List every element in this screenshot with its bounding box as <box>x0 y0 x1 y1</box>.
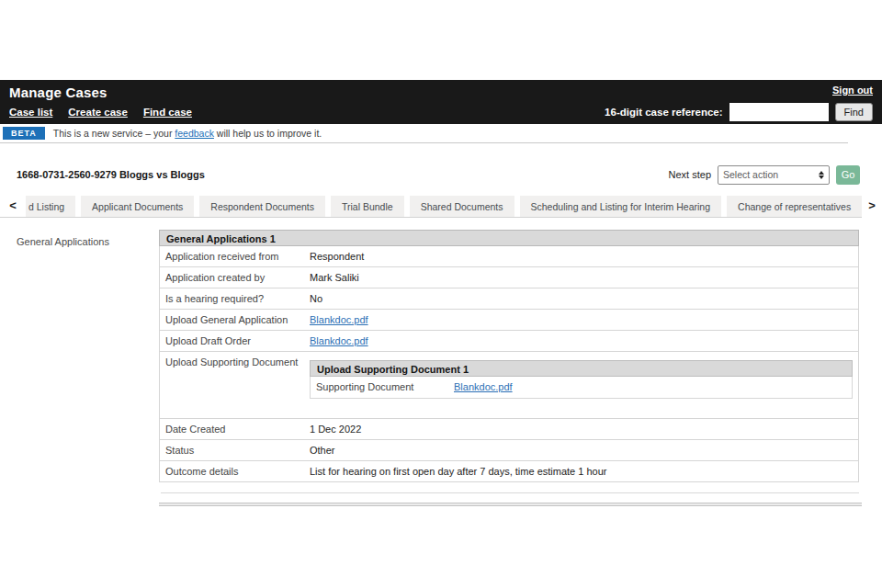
field-label: Date Created <box>160 419 304 439</box>
table-row: StatusOther <box>159 440 859 461</box>
table-row: Application created byMark Saliki <box>159 267 859 288</box>
field-label: Upload General Application <box>160 310 304 330</box>
tab-applicant-documents[interactable]: Applicant Documents <box>81 196 194 218</box>
field-value: Blankdoc.pdf <box>304 331 858 351</box>
table-row: Upload Draft OrderBlankdoc.pdf <box>159 331 859 352</box>
field-label: Outcome details <box>160 461 304 481</box>
nav-find-case[interactable]: Find case <box>143 107 192 118</box>
table-row: Date Created1 Dec 2022 <box>159 419 859 440</box>
field-label: Upload Supporting Document <box>160 352 304 418</box>
tab-list: d ListingApplicant DocumentsRespondent D… <box>26 193 862 218</box>
tab-respondent-documents[interactable]: Respondent Documents <box>199 196 325 218</box>
document-link[interactable]: Blankdoc.pdf <box>310 314 368 325</box>
case-detail-table: General Applications 1Application receiv… <box>159 230 859 482</box>
case-reference-label: 16-digit case reference: <box>605 107 722 118</box>
table-row: Application received fromRespondent <box>159 246 859 267</box>
next-step-select[interactable]: Select action <box>718 165 830 185</box>
tab-strip: < d ListingApplicant DocumentsRespondent… <box>0 195 882 218</box>
table-row: Supporting DocumentBlankdoc.pdf <box>310 377 853 399</box>
field-value: Respondent <box>304 246 858 266</box>
tab-content: General Applications General Application… <box>0 230 882 506</box>
table-row: Outcome detailsList for hearing on first… <box>159 461 859 482</box>
nested-table: Upload Supporting Document 1Supporting D… <box>310 360 853 399</box>
app-header: Manage Cases Sign out Case list Create c… <box>0 80 882 124</box>
field-label: Upload Draft Order <box>160 331 304 351</box>
field-value: Upload Supporting Document 1Supporting D… <box>304 352 858 418</box>
table-row: Upload General ApplicationBlankdoc.pdf <box>159 310 859 331</box>
case-title: 1668-0731-2560-9279 Bloggs vs Bloggs <box>17 169 205 180</box>
beta-badge: BETA <box>3 127 45 140</box>
case-reference-input[interactable] <box>729 103 829 121</box>
nav-case-list[interactable]: Case list <box>9 107 52 118</box>
nav-create-case[interactable]: Create case <box>68 107 128 118</box>
tab-shared-documents[interactable]: Shared Documents <box>410 196 514 218</box>
select-arrows-icon <box>819 171 824 179</box>
field-value: 1 Dec 2022 <box>304 419 858 439</box>
field-label: Status <box>160 440 304 460</box>
next-step-label: Next step <box>669 169 711 180</box>
document-link[interactable]: Blankdoc.pdf <box>310 335 368 346</box>
field-value: Blankdoc.pdf <box>304 310 858 330</box>
bottom-divider <box>161 492 859 493</box>
field-value: List for hearing on first open day after… <box>304 461 858 481</box>
field-value: Other <box>304 440 858 460</box>
table-row: Is a hearing required?No <box>159 288 859 310</box>
app-title: Manage Cases <box>9 85 107 100</box>
field-label: Application received from <box>160 246 304 266</box>
horizontal-scrollbar[interactable] <box>159 503 862 506</box>
tab-scheduling-and-listing-for-interim-hearing[interactable]: Scheduling and Listing for Interim Heari… <box>520 196 722 218</box>
beta-text: This is a new service – your feedback wi… <box>53 128 322 139</box>
field-label: Application created by <box>160 267 304 288</box>
field-label: Supporting Document <box>311 377 448 398</box>
sidebar-item-general-applications[interactable]: General Applications <box>17 236 109 247</box>
field-value: No <box>304 288 858 309</box>
chevron-left-icon[interactable]: < <box>0 198 26 214</box>
table-header: Upload Supporting Document 1 <box>310 360 853 377</box>
tab-d-listing[interactable]: d Listing <box>26 196 75 218</box>
top-whitespace <box>0 0 882 80</box>
find-button[interactable]: Find <box>835 103 873 121</box>
field-value: Mark Saliki <box>304 267 858 288</box>
table-row: Upload Supporting DocumentUpload Support… <box>159 352 859 419</box>
document-link[interactable]: Blankdoc.pdf <box>454 381 513 392</box>
sign-out-link[interactable]: Sign out <box>832 85 873 96</box>
table-header: General Applications 1 <box>159 230 859 246</box>
tab-trial-bundle[interactable]: Trial Bundle <box>331 196 404 218</box>
beta-banner: BETA This is a new service – your feedba… <box>0 124 882 142</box>
feedback-link[interactable]: feedback <box>175 128 214 139</box>
beta-divider <box>0 142 848 143</box>
field-label: Is a hearing required? <box>160 288 304 309</box>
chevron-right-icon[interactable]: > <box>862 198 882 214</box>
go-button[interactable]: Go <box>836 165 860 185</box>
header-nav: Case list Create case Find case <box>9 107 192 118</box>
field-value: Blankdoc.pdf <box>448 377 852 398</box>
tab-change-of-representatives[interactable]: Change of representatives <box>727 196 862 218</box>
